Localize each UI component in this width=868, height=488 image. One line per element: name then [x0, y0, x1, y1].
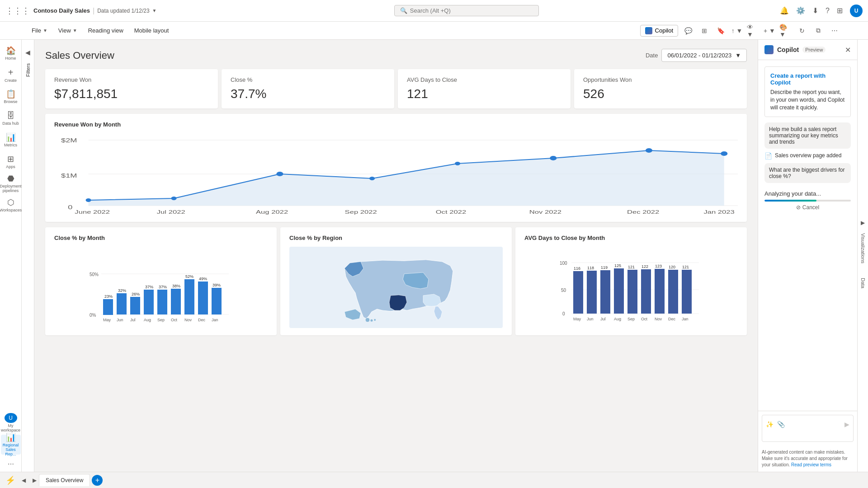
sidebar-item-workspaces[interactable]: ⬡ Workspaces [1, 195, 21, 215]
svg-text:50%: 50% [90, 272, 99, 277]
line-chart-svg: $2M $1M 0 [54, 133, 738, 215]
svg-text:Dec 2022: Dec 2022 [627, 209, 659, 215]
sidebar-item-my-workspace[interactable]: U My workspace [1, 413, 21, 433]
svg-text:Jul: Jul [600, 317, 606, 321]
copilot-create-desc: Describe the report you want, in your ow… [770, 89, 845, 111]
refresh-chevron[interactable]: ▼ [152, 8, 157, 13]
date-filter: Date 06/01/2022 - 01/12/2023 ▼ [646, 49, 747, 62]
comment-icon[interactable]: 💬 [682, 24, 694, 37]
svg-text:Nov: Nov [655, 317, 662, 321]
copilot-label: Copilot [655, 27, 673, 34]
copilot-input-area: ✨ 📎 ▶ [758, 411, 857, 446]
copilot-send-icon[interactable]: ▶ [844, 421, 849, 428]
apps-icon[interactable]: ⊞ [837, 6, 843, 15]
svg-text:122: 122 [642, 264, 648, 269]
date-range-text: 06/01/2022 - 01/12/2023 [667, 52, 731, 59]
data-label[interactable]: Data [860, 274, 866, 292]
sidebar-item-regional-sales[interactable]: 📊 Regional Sales Rep... [1, 435, 21, 455]
copilot-attach-icon[interactable]: 📎 [777, 421, 785, 428]
view-toggle-dropdown[interactable]: 👁 ▼ [747, 24, 760, 37]
avatar[interactable]: U [850, 5, 863, 17]
copilot-input-actions: ✨ 📎 ▶ [766, 421, 849, 428]
mobile-layout-btn[interactable]: Mobile layout [130, 23, 174, 38]
bell-icon[interactable]: 🔔 [780, 6, 789, 15]
next-page-btn[interactable]: ▶ [30, 476, 39, 485]
copilot-create-title[interactable]: Create a report with Copilot [770, 72, 845, 86]
copilot-sparkle-icon[interactable]: ✨ [766, 421, 774, 428]
view-menu[interactable]: View ▼ [54, 23, 82, 38]
add-page-btn[interactable]: + [92, 475, 103, 486]
add-visual-dropdown[interactable]: + ▼ [763, 24, 776, 37]
avg-days-month-title: AVG Days to Close by Month [524, 235, 738, 241]
sidebar-item-apps[interactable]: ⊞ Apps [1, 152, 21, 172]
svg-text:Jan 2023: Jan 2023 [703, 209, 735, 215]
collapse-filter-icon[interactable]: ◀ [25, 49, 30, 56]
copilot-read-preview-link[interactable]: Read preview terms [791, 462, 831, 467]
format-dropdown[interactable]: 🎨 ▼ [779, 24, 792, 37]
svg-rect-63 [573, 271, 583, 314]
reading-view-btn[interactable]: Reading view [84, 23, 128, 38]
svg-point-13 [646, 148, 652, 153]
home-icon: 🏠 [6, 46, 16, 56]
us-map [289, 247, 503, 328]
svg-rect-68 [641, 269, 651, 314]
svg-text:May: May [103, 318, 111, 322]
expand-viz-icon[interactable]: ▶ [861, 220, 865, 226]
kpi-avg-days-value: 121 [407, 87, 561, 101]
avg-days-month-card: AVG Days to Close by Month 100 50 0 [515, 227, 747, 335]
avg-days-bar-svg: 100 50 0 [524, 247, 738, 333]
workspaces-icon: ⬡ [7, 197, 14, 207]
download-icon[interactable]: ⬇ [812, 6, 818, 15]
bookmark-icon[interactable]: 🔖 [714, 24, 727, 37]
copilot-cancel-button[interactable]: ⊘ Cancel [764, 204, 851, 211]
copy-icon[interactable]: ⧉ [812, 24, 825, 37]
copilot-header: Copilot Preview ✕ [758, 40, 857, 60]
file-menu[interactable]: File ▼ [27, 23, 52, 38]
sidebar-item-datahub[interactable]: 🗄 Data hub [1, 108, 21, 128]
sidebar-item-deployment[interactable]: ⬣ Deployment pipelines [1, 174, 21, 193]
sidebar-item-home[interactable]: 🏠 Home [1, 43, 21, 63]
svg-rect-29 [130, 297, 140, 314]
copilot-input-box[interactable]: ✨ 📎 ▶ [762, 415, 854, 442]
sales-overview-tab[interactable]: Sales Overview [39, 474, 90, 486]
sidebar-more[interactable]: ⋯ [8, 460, 14, 468]
help-icon[interactable]: ? [826, 7, 830, 15]
apps-grid-icon[interactable]: ⋮⋮⋮ [5, 6, 30, 16]
date-range-picker[interactable]: 06/01/2022 - 01/12/2023 ▼ [661, 49, 747, 62]
sidebar-item-create[interactable]: + Create [1, 65, 21, 85]
kpi-close-pct: Close % 37.7% [222, 69, 394, 108]
copilot-button[interactable]: Copilot [640, 25, 678, 37]
svg-text:Sep: Sep [157, 318, 165, 322]
svg-rect-28 [117, 293, 127, 314]
svg-rect-27 [103, 299, 113, 315]
sidebar-item-browse[interactable]: 📋 Browse [1, 87, 21, 107]
prev-page-btn[interactable]: ◀ [19, 476, 28, 485]
copilot-icon [645, 27, 652, 34]
kpi-opportunities: Opportunities Won 526 [574, 69, 747, 108]
svg-text:37%: 37% [159, 285, 167, 289]
refresh-icon[interactable]: ↻ [796, 24, 808, 37]
svg-point-55 [370, 319, 373, 322]
search-bar[interactable]: 🔍 [394, 5, 539, 16]
svg-text:Jul: Jul [130, 318, 136, 322]
gear-icon[interactable]: ⚙️ [796, 6, 805, 15]
svg-text:118: 118 [587, 266, 594, 270]
visualizations-label[interactable]: Visualizations [860, 230, 866, 267]
table-view-icon[interactable]: ⊞ [698, 24, 711, 37]
search-input[interactable] [410, 7, 528, 14]
more-icon[interactable]: ⋯ [828, 24, 841, 37]
sidebar-item-metrics[interactable]: 📊 Metrics [1, 130, 21, 150]
datahub-icon: 🗄 [7, 111, 15, 121]
menubar-right: Copilot 💬 ⊞ 🔖 ↑ ▼ 👁 ▼ + ▼ 🎨 ▼ ↻ ⧉ ⋯ [640, 24, 841, 37]
copilot-close-button[interactable]: ✕ [845, 46, 851, 54]
sidebar: 🏠 Home + Create 📋 Browse 🗄 Data hub 📊 Me… [0, 40, 22, 472]
svg-rect-66 [614, 268, 624, 314]
copilot-message-1-text: Help me build a sales report summarizing… [769, 126, 838, 145]
copilot-messages: Help me build a sales report summarizing… [764, 122, 851, 183]
report-area: Sales Overview Date 06/01/2022 - 01/12/2… [34, 40, 758, 472]
svg-text:0: 0 [562, 311, 565, 316]
filters-label[interactable]: Filters [25, 60, 31, 80]
content-area: ◀ Filters Sales Overview Date 06/01/2022… [22, 40, 868, 472]
copilot-title: Copilot [777, 46, 799, 53]
share-dropdown[interactable]: ↑ ▼ [731, 24, 743, 37]
